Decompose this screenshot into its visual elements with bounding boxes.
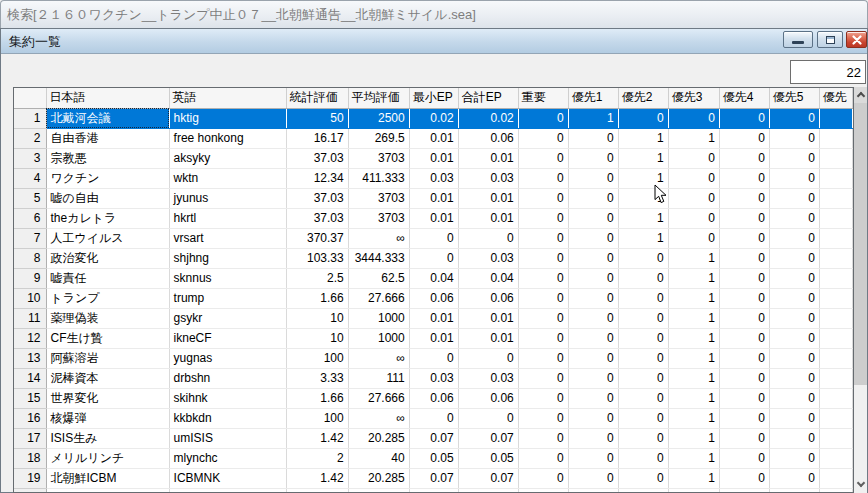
grid-cell[interactable]: 37.03 [286, 148, 348, 168]
row-number-cell[interactable]: 2 [14, 128, 46, 148]
grid-cell[interactable]: 0 [618, 388, 668, 408]
grid-cell[interactable]: 1.66 [286, 388, 348, 408]
grid-cell[interactable]: 0 [568, 248, 618, 268]
table-row[interactable]: 17ISIS生みumISIS1.4220.2850.070.07000100 [14, 428, 853, 448]
grid-cell[interactable]: 50 [286, 108, 348, 128]
grid-cell[interactable]: 1 [668, 408, 719, 428]
grid-cell[interactable]: 269.5 [348, 128, 409, 148]
grid-cell[interactable] [819, 328, 852, 348]
grid-cell[interactable]: 2.5 [286, 268, 348, 288]
grid-cell[interactable]: 0 [769, 288, 819, 308]
grid-cell[interactable]: 0 [568, 228, 618, 248]
grid-cell[interactable]: 0 [518, 328, 568, 348]
grid-cell[interactable]: 嘘責任 [46, 268, 169, 288]
grid-cell[interactable]: 0.01 [409, 188, 458, 208]
grid-cell[interactable]: 1 [568, 108, 618, 128]
grid-cell[interactable]: 0 [668, 168, 719, 188]
grid-cell[interactable]: 1 [618, 148, 668, 168]
grid-cell[interactable]: メリルリンチ [46, 448, 169, 468]
grid-cell[interactable]: 3703 [348, 148, 409, 168]
grid-cell[interactable]: 1 [668, 468, 719, 488]
grid-cell[interactable]: 1.42 [286, 468, 348, 488]
grid-cell[interactable]: ISIS生み [46, 428, 169, 448]
grid-cell[interactable]: gsykr [169, 308, 286, 328]
grid-cell[interactable]: umISIS [169, 428, 286, 448]
grid-cell[interactable] [819, 248, 852, 268]
grid-cell[interactable]: 0 [719, 128, 769, 148]
grid-cell[interactable]: 0.01 [458, 308, 518, 328]
grid-cell[interactable]: 1 [618, 208, 668, 228]
grid-cell[interactable]: 1 [668, 428, 719, 448]
grid-cell[interactable]: 1 [668, 368, 719, 388]
grid-cell[interactable]: 0 [769, 188, 819, 208]
grid-cell[interactable]: 0.07 [409, 468, 458, 488]
grid-cell[interactable]: theカレトラ [46, 208, 169, 228]
column-header[interactable]: 優先2 [618, 88, 668, 108]
grid-cell[interactable]: 人工ウイルス [46, 228, 169, 248]
grid-cell[interactable]: 2 [286, 448, 348, 468]
table-row[interactable]: 18メリルリンチmlynchc2400.050.05000100 [14, 448, 853, 468]
grid-cell[interactable]: 0 [618, 368, 668, 388]
table-row[interactable]: 3宗教悪aksyky37.0337030.010.01001000 [14, 148, 853, 168]
grid-cell[interactable]: 40 [348, 448, 409, 468]
grid-cell[interactable]: ∞ [348, 408, 409, 428]
grid-cell[interactable]: 0 [618, 268, 668, 288]
grid-cell[interactable]: 0 [518, 248, 568, 268]
grid-cell[interactable] [819, 448, 852, 468]
grid-cell[interactable]: 0 [769, 348, 819, 368]
grid-cell[interactable] [819, 428, 852, 448]
grid-cell[interactable] [819, 288, 852, 308]
grid-cell[interactable]: 0 [719, 388, 769, 408]
grid-cell[interactable]: 1 [668, 268, 719, 288]
row-number-cell[interactable]: 16 [14, 408, 46, 428]
grid-cell[interactable]: ワクチン [46, 168, 169, 188]
grid-cell[interactable]: 0 [518, 228, 568, 248]
grid-cell[interactable]: skihnk [169, 388, 286, 408]
grid-cell[interactable]: 0 [568, 268, 618, 288]
grid-cell[interactable]: 0 [769, 128, 819, 148]
grid-cell[interactable] [819, 468, 852, 488]
grid-cell[interactable]: 0.07 [458, 428, 518, 448]
grid-cell[interactable] [819, 188, 852, 208]
grid-cell[interactable]: 0.02 [409, 108, 458, 128]
column-header[interactable]: 日本語 [46, 88, 169, 108]
grid-cell[interactable]: 0 [618, 468, 668, 488]
grid-cell[interactable]: 0 [618, 408, 668, 428]
row-number-cell[interactable]: 19 [14, 468, 46, 488]
grid-cell[interactable]: sknnus [169, 268, 286, 288]
grid-cell[interactable]: 0 [568, 368, 618, 388]
grid-cell[interactable]: wktn [169, 168, 286, 188]
column-header[interactable]: 合計EP [458, 88, 518, 108]
scrollbar-thumb[interactable] [854, 103, 867, 385]
column-header[interactable]: 統計評価 [286, 88, 348, 108]
grid-cell[interactable]: 0 [518, 348, 568, 368]
column-header[interactable]: 優先 [819, 88, 852, 108]
grid-cell[interactable]: 10 [286, 328, 348, 348]
grid-cell[interactable]: 0 [719, 188, 769, 208]
grid-cell[interactable]: 0 [719, 448, 769, 468]
grid-cell[interactable]: 1 [668, 308, 719, 328]
grid-cell[interactable]: 0 [518, 188, 568, 208]
grid-cell[interactable] [819, 148, 852, 168]
grid-cell[interactable] [819, 208, 852, 228]
grid-cell[interactable]: 0 [769, 228, 819, 248]
grid-cell[interactable]: 0 [618, 308, 668, 328]
grid-cell[interactable]: 0 [769, 248, 819, 268]
table-row[interactable]: 8政治変化shjhng103.333444.33300.03000100 [14, 248, 853, 268]
grid-cell[interactable]: 0 [568, 388, 618, 408]
grid-cell[interactable]: 0 [769, 108, 819, 128]
grid-cell[interactable]: 1 [668, 448, 719, 468]
grid-cell[interactable]: 27.666 [348, 288, 409, 308]
grid-cell[interactable]: 0.07 [458, 468, 518, 488]
row-number-cell[interactable]: 8 [14, 248, 46, 268]
column-header[interactable]: 優先4 [719, 88, 769, 108]
grid-cell[interactable]: 0 [769, 468, 819, 488]
grid-cell[interactable]: 0.06 [409, 288, 458, 308]
row-number-cell[interactable]: 6 [14, 208, 46, 228]
scroll-down-button[interactable] [854, 477, 867, 493]
grid-cell[interactable]: 0.06 [458, 288, 518, 308]
grid-cell[interactable]: 0 [719, 328, 769, 348]
grid-cell[interactable]: yugnas [169, 348, 286, 368]
grid-cell[interactable]: 0.01 [458, 208, 518, 228]
grid-cell[interactable]: 0 [568, 168, 618, 188]
